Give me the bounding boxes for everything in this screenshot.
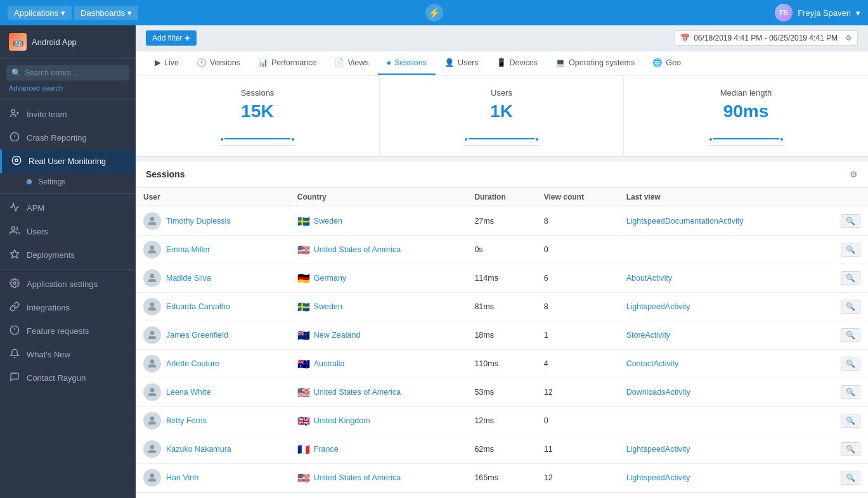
row-search-button[interactable]: 🔍 (841, 442, 860, 456)
user-name-link[interactable]: Betty Ferris (166, 416, 207, 425)
sidebar-item-contact-raygun[interactable]: Contact Raygun (0, 366, 136, 390)
last-view-link[interactable]: ContactActivity (626, 359, 679, 368)
median-line (708, 138, 784, 139)
last-view-link[interactable]: LightspeedActivity (626, 473, 690, 482)
date-range-gear-icon[interactable]: ⚙ (845, 34, 852, 42)
tab-operating-systems[interactable]: 💻 Operating systems (547, 51, 644, 75)
svg-point-18 (150, 331, 153, 335)
cell-user: Timothy Duplessis (136, 207, 290, 236)
date-range[interactable]: 📅 06/18/2019 4:41 PM - 06/25/2019 4:41 P… (675, 30, 858, 46)
applications-button[interactable]: Applications ▾ (8, 6, 72, 20)
row-search-button[interactable]: 🔍 (841, 300, 860, 314)
user-name-link[interactable]: Emma Miller (166, 245, 210, 254)
tab-users[interactable]: 👤 Users (436, 51, 488, 75)
avatar[interactable]: FS (775, 4, 793, 22)
cell-duration: 165ms (467, 464, 536, 492)
country-link[interactable]: Sweden (314, 217, 342, 226)
last-view-link[interactable]: LightspeedDocumentationActivity (626, 217, 744, 226)
tab-views[interactable]: 📄 Views (325, 51, 377, 75)
row-search-button[interactable]: 🔍 (841, 471, 860, 485)
country-link[interactable]: Sweden (314, 302, 342, 311)
col-user: User (136, 188, 290, 207)
row-search-button[interactable]: 🔍 (841, 243, 860, 257)
sidebar-item-apm[interactable]: APM (0, 196, 136, 220)
tab-label: Versions (210, 58, 240, 67)
svg-point-6 (12, 156, 20, 164)
sessions-title: Sessions (146, 169, 185, 179)
tab-live[interactable]: ▶ Live (146, 51, 188, 75)
user-name-link[interactable]: Kazuko Nakamura (166, 445, 231, 454)
users-dot-left (463, 137, 469, 142)
row-search-button[interactable]: 🔍 (841, 385, 860, 399)
user-avatar (143, 269, 161, 287)
tab-label: Users (458, 58, 479, 67)
user-name-link[interactable]: Han Vinh (166, 473, 198, 482)
last-view-link[interactable]: LightspeedActivity (626, 445, 690, 454)
last-view-link[interactable]: LightspeedActivity (626, 302, 690, 311)
user-name-link[interactable]: Arlette Couture (166, 359, 219, 368)
last-view-link[interactable]: DownloadsActivity (626, 388, 690, 397)
sidebar-item-deployments[interactable]: Deployments (0, 243, 136, 267)
last-view-link[interactable]: StoreActivity (626, 331, 670, 340)
country-link[interactable]: United States of America (314, 245, 401, 254)
sidebar-item-rum[interactable]: Real User Monitoring (0, 150, 136, 173)
tab-versions[interactable]: 🕐 Versions (188, 51, 249, 75)
tab-devices[interactable]: 📱 Devices (488, 51, 547, 75)
country-link[interactable]: New Zealand (314, 331, 361, 340)
country-link[interactable]: Germany (314, 274, 346, 283)
sidebar-item-whats-new[interactable]: What's New (0, 343, 136, 366)
row-search-button[interactable]: 🔍 (841, 357, 860, 371)
median-dot-left (708, 137, 713, 142)
sidebar-item-settings-sub[interactable]: Settings (0, 173, 136, 191)
country-flag: 🇫🇷 (297, 444, 310, 456)
row-search-button[interactable]: 🔍 (841, 414, 860, 428)
user-name-link[interactable]: Matilde Silva (166, 274, 211, 283)
country-link[interactable]: United States of America (314, 388, 401, 397)
country-link[interactable]: Australia (314, 359, 345, 368)
sidebar-item-users[interactable]: Users (0, 220, 136, 243)
add-filter-button[interactable]: Add filter + (146, 30, 197, 46)
dashboards-button[interactable]: Dashboards ▾ (74, 6, 138, 20)
stat-users: Users 1K (380, 75, 624, 156)
sidebar-item-label: Integrations (27, 303, 70, 312)
user-name: Freyja Spaven (798, 8, 851, 18)
cell-country: 🇺🇸 United States of America (290, 236, 467, 264)
cell-lastview: AboutActivity (619, 264, 816, 293)
rum-icon (11, 155, 22, 167)
row-search-button[interactable]: 🔍 (841, 271, 860, 285)
median-stat-value: 90ms (639, 101, 853, 122)
search-input[interactable] (25, 68, 124, 77)
median-bottom-line (708, 145, 784, 146)
cell-country: 🇺🇸 United States of America (290, 464, 467, 492)
table-row: Betty Ferris 🇬🇧 United Kingdom 12ms 0 🔍 (136, 407, 868, 435)
user-avatar (143, 298, 161, 316)
col-viewcount: View count (536, 188, 619, 207)
user-name-link[interactable]: James Greenfield (166, 331, 228, 340)
cell-viewcount: 8 (536, 207, 619, 236)
user-name-link[interactable]: Leena White (166, 388, 211, 397)
user-name-link[interactable]: Timothy Duplessis (166, 217, 231, 226)
sidebar-item-app-settings[interactable]: Application settings (0, 272, 136, 296)
tab-sessions[interactable]: ● Sessions (378, 52, 436, 75)
row-search-button[interactable]: 🔍 (841, 214, 860, 228)
user-name-link[interactable]: Eduarda Carvalho (166, 302, 230, 311)
advanced-search-link[interactable]: Advanced search (0, 83, 136, 97)
sidebar-item-invite-team[interactable]: Invite team (0, 103, 136, 126)
sidebar-item-crash-reporting[interactable]: Crash Reporting (0, 126, 136, 150)
country-link[interactable]: United States of America (314, 473, 401, 482)
country-link[interactable]: United Kingdom (314, 416, 370, 425)
country-link[interactable]: France (314, 445, 339, 454)
sessions-stat-label: Sessions (151, 88, 364, 98)
sidebar-item-integrations[interactable]: Integrations (0, 296, 136, 319)
cell-viewcount: 0 (536, 407, 619, 435)
row-search-button[interactable]: 🔍 (841, 328, 860, 342)
last-view-link[interactable]: AboutActivity (626, 274, 672, 283)
sidebar-divider-2 (0, 193, 136, 194)
tabs-bar: ▶ Live 🕐 Versions 📊 Performance 📄 Views … (136, 51, 868, 75)
lightning-icon[interactable]: ⚡ (425, 4, 443, 22)
tab-geo[interactable]: 🌐 Geo (644, 51, 690, 75)
tab-performance[interactable]: 📊 Performance (249, 51, 326, 75)
svg-point-14 (150, 217, 153, 220)
sidebar-item-feature-requests[interactable]: Feature requests (0, 319, 136, 343)
sessions-gear-icon[interactable]: ⚙ (850, 169, 858, 179)
